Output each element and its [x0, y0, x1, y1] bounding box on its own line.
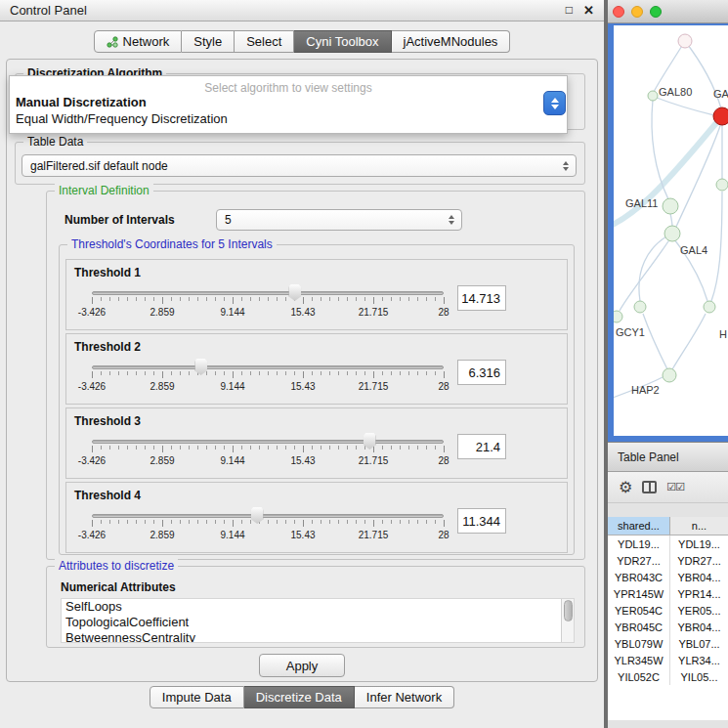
slider-track[interactable] [92, 514, 444, 518]
attributes-scrollbar[interactable] [561, 599, 574, 642]
algorithm-option[interactable]: Manual Discretization [10, 94, 567, 110]
tab-discretize-data[interactable]: Discretize Data [244, 686, 355, 708]
scrollbar-thumb[interactable] [564, 600, 573, 621]
threshold-value-input[interactable]: 21.4 [457, 434, 506, 459]
table-row[interactable]: YER054CYER05... [608, 602, 728, 619]
number-of-intervals-combo[interactable]: 5 [216, 209, 462, 231]
table-data-combo[interactable]: galFiltered.sif default node [21, 154, 577, 177]
table-row[interactable]: YDR27...YDR27... [608, 552, 728, 569]
table-row[interactable]: YLR345WYLR34... [608, 652, 728, 668]
network-edge[interactable] [654, 41, 685, 92]
table-row[interactable]: YBR045CYBR04... [608, 619, 728, 635]
tab-style[interactable]: Style [182, 30, 235, 53]
table-cell[interactable]: YDR27... [670, 552, 728, 569]
algorithm-option[interactable]: Equal Width/Frequency Discretization [10, 110, 567, 127]
network-node[interactable] [663, 368, 676, 382]
attribute-item[interactable]: SelfLoops [62, 599, 574, 615]
apply-button[interactable]: Apply [259, 654, 345, 677]
network-edge[interactable] [711, 192, 722, 301]
table-cell[interactable]: YPR14... [670, 585, 728, 602]
table-cell[interactable]: YBR043C [608, 569, 670, 585]
threshold-slider[interactable]: -3.4262.8599.14415.4321.71528 [92, 362, 444, 403]
gear-icon[interactable]: ⚙ [619, 480, 632, 495]
slider-track[interactable] [92, 440, 444, 444]
minimize-window-icon[interactable] [631, 6, 643, 18]
table-cell[interactable]: YBR04... [670, 569, 728, 585]
close-panel-icon[interactable]: ✕ [583, 4, 594, 17]
network-edge[interactable] [676, 123, 721, 227]
network-window-titlebar[interactable] [608, 0, 728, 23]
tab-impute-data[interactable]: Impute Data [150, 686, 244, 708]
table-cell[interactable]: YBL07... [670, 635, 728, 652]
attribute-item[interactable]: TopologicalCoefficient [62, 615, 574, 630]
stepper-down-icon [551, 105, 559, 109]
attribute-item[interactable]: BetweennessCentrality [62, 630, 574, 643]
network-node-selected[interactable] [713, 107, 728, 125]
float-window-icon[interactable]: □ [566, 4, 573, 17]
network-edge[interactable] [639, 236, 666, 301]
table-row[interactable]: YBL079WYBL07... [608, 635, 728, 652]
table-cell[interactable]: YLR34... [670, 652, 728, 668]
threshold-slider[interactable]: -3.4262.8599.14415.4321.71528 [92, 510, 444, 551]
cyni-toolbox-panel: Discretization Algorithm Select algorith… [6, 59, 598, 682]
network-node[interactable] [663, 198, 678, 214]
slider-scale-number: 9.144 [220, 307, 244, 318]
network-node[interactable] [648, 91, 658, 101]
table-cell[interactable]: YDL19... [608, 535, 670, 552]
select-columns-icon[interactable]: ☑☑ [666, 481, 684, 493]
tab-cyni-toolbox[interactable]: Cyni Toolbox [294, 30, 391, 53]
network-node[interactable] [716, 179, 728, 191]
table-data-group: Table Data galFiltered.sif default node [15, 142, 585, 185]
network-edge[interactable] [643, 314, 667, 369]
tab-network[interactable]: Network [94, 30, 183, 53]
table-cell[interactable]: YPR145W [608, 585, 670, 602]
table-cell[interactable]: YER05... [670, 602, 728, 619]
table-cell[interactable]: YER054C [608, 602, 670, 619]
network-node[interactable] [678, 34, 692, 48]
network-canvas[interactable]: GAL80GAGAL11GAL4GCY1HHAP2 [614, 25, 728, 436]
threshold-value-input[interactable]: 11.344 [457, 508, 506, 534]
table-cell[interactable]: YIL052C [608, 668, 670, 685]
zoom-window-icon[interactable] [650, 6, 662, 18]
tab-select[interactable]: Select [235, 30, 294, 53]
table-header-cell[interactable]: shared... [608, 517, 670, 535]
table-cell[interactable]: YDR27... [608, 552, 670, 569]
table-cell[interactable]: YDL19... [670, 535, 728, 552]
network-node[interactable] [664, 226, 680, 241]
table-row[interactable]: YPR145WYPR14... [608, 585, 728, 602]
threshold-label: Threshold 3 [74, 414, 141, 428]
tab-infer-network[interactable]: Infer Network [355, 686, 454, 708]
slider-scale-number: 2.859 [150, 455, 174, 466]
algorithm-combo-stepper[interactable] [543, 91, 566, 115]
threshold-value-input[interactable]: 6.316 [457, 360, 506, 385]
tab-label: Cyni Toolbox [306, 34, 378, 49]
slider-track[interactable] [92, 365, 444, 369]
tab-jactivemnodules[interactable]: jActiveMNodules [392, 30, 511, 53]
table-cell[interactable]: YIL05... [670, 668, 728, 685]
threshold-slider[interactable]: -3.4262.8599.14415.4321.71528 [92, 287, 444, 328]
network-edge[interactable] [672, 314, 706, 369]
table-panel-header[interactable]: Table Panel [608, 442, 728, 472]
close-window-icon[interactable] [613, 6, 624, 18]
table-cell[interactable]: YBR045C [608, 619, 670, 635]
network-edge[interactable] [657, 98, 714, 115]
slider-track[interactable] [92, 291, 444, 295]
table-cell[interactable]: YLR345W [608, 652, 670, 668]
table-row[interactable]: YIL052CYIL05... [608, 668, 728, 685]
table-row[interactable]: YDL19...YDL19... [608, 535, 728, 552]
table-header-cell[interactable]: n... [670, 517, 728, 535]
table-cell[interactable]: YBR04... [670, 619, 728, 635]
network-edge[interactable] [670, 213, 672, 227]
table-cell[interactable]: YBL079W [608, 635, 670, 652]
threshold-value-input[interactable]: 14.713 [457, 285, 506, 311]
control-panel-titlebar: Control Panel □ ✕ [0, 0, 604, 21]
slider-scale-number: 9.144 [220, 455, 244, 466]
network-node[interactable] [614, 311, 622, 322]
threshold-slider[interactable]: -3.4262.8599.14415.4321.71528 [92, 436, 444, 477]
network-node[interactable] [634, 301, 646, 313]
network-node[interactable] [704, 301, 715, 313]
columns-icon[interactable] [642, 481, 657, 493]
table-row[interactable]: YBR043CYBR04... [608, 569, 728, 585]
network-edge[interactable] [620, 238, 670, 311]
number-of-intervals-row: Number of Intervals 5 [64, 209, 462, 231]
